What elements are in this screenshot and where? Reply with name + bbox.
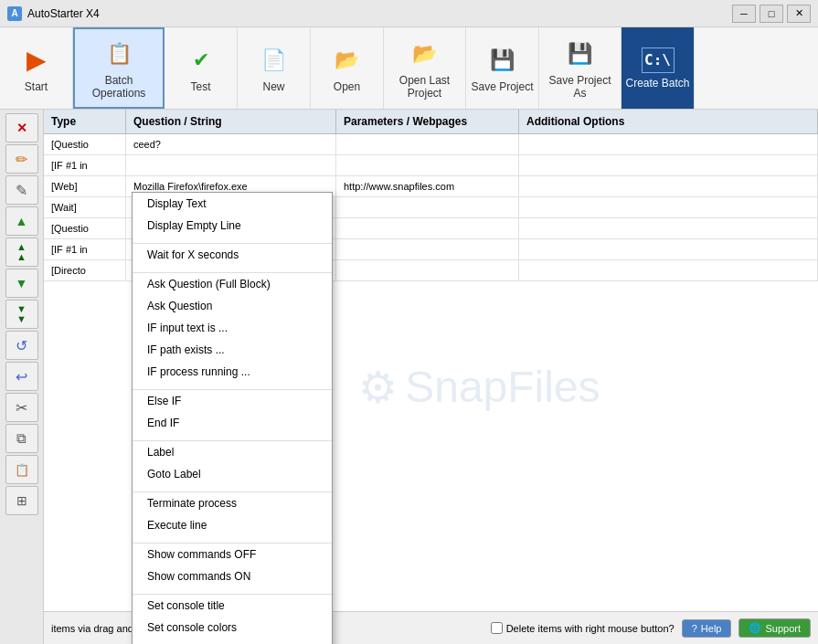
header-type: Type bbox=[44, 110, 126, 133]
save-button[interactable]: 💾 Save Project bbox=[466, 27, 539, 109]
help-icon: ? bbox=[692, 623, 697, 634]
menu-show-commands-on[interactable]: Show commands ON bbox=[133, 565, 332, 587]
move-down-button[interactable]: ▼ bbox=[5, 269, 38, 298]
menu-ask-question[interactable]: Ask Question bbox=[133, 295, 332, 317]
table-row[interactable]: [Questio ceed? bbox=[44, 134, 818, 155]
table-header: Type Question / String Parameters / Webp… bbox=[44, 110, 818, 134]
delete-checkbox[interactable] bbox=[491, 622, 503, 634]
move-up-fast-button[interactable]: ▲▲ bbox=[5, 238, 38, 267]
menu-goto-label[interactable]: Goto Label bbox=[133, 463, 332, 485]
titlebar-left: A AutoStarter X4 bbox=[7, 6, 100, 21]
row-options bbox=[519, 218, 818, 238]
batch-ops-label: Batch Operations bbox=[79, 74, 159, 100]
table-row[interactable]: [IF #1 in bbox=[44, 155, 818, 176]
row-params bbox=[336, 197, 519, 217]
save-as-button[interactable]: 💾 Save Project As bbox=[539, 27, 621, 109]
new-button[interactable]: 📄 New bbox=[238, 27, 311, 109]
dropdown-menu: Display Text Display Empty Line Wait for… bbox=[132, 192, 333, 644]
menu-separator-1 bbox=[133, 237, 332, 244]
save-label: Save Project bbox=[471, 80, 533, 93]
menu-else-if[interactable]: Else IF bbox=[133, 390, 332, 412]
row-params bbox=[336, 155, 519, 175]
app-title: AutoStarter X4 bbox=[27, 7, 100, 20]
menu-ask-question-full[interactable]: Ask Question (Full Block) bbox=[133, 273, 332, 295]
menu-display-empty-line[interactable]: Display Empty Line bbox=[133, 215, 332, 237]
copy-button[interactable]: ⧉ bbox=[5, 424, 38, 453]
row-params bbox=[336, 239, 519, 259]
sidebar: ✕ ✏ ✎ ▲ ▲▲ ▼ ▼▼ ↺ ↩ ✂ ⧉ 📋 ⊞ bbox=[0, 110, 44, 644]
titlebar: A AutoStarter X4 ─ □ ✕ bbox=[0, 0, 818, 27]
start-button[interactable]: ▶ Start bbox=[0, 27, 73, 109]
paste-button[interactable]: 📋 bbox=[5, 455, 38, 484]
row-type: [IF #1 in bbox=[44, 239, 126, 259]
menu-separator-2 bbox=[133, 266, 332, 273]
row-options bbox=[519, 197, 818, 217]
delete-label: Delete items with right mouse button? bbox=[506, 623, 675, 634]
create-batch-label: Create Batch bbox=[625, 77, 689, 90]
save-as-label: Save Project As bbox=[543, 74, 617, 100]
row-type: [Questio bbox=[44, 218, 126, 238]
row-params bbox=[336, 218, 519, 238]
grid-button[interactable]: ⊞ bbox=[5, 486, 38, 515]
pencil-button[interactable]: ✎ bbox=[5, 175, 38, 205]
row-params bbox=[336, 260, 519, 280]
test-icon: ✔ bbox=[185, 44, 218, 77]
row-options bbox=[519, 134, 818, 154]
cut-button[interactable]: ✂ bbox=[5, 393, 38, 422]
row-type: [Questio bbox=[44, 134, 126, 154]
delete-button[interactable]: ✕ bbox=[5, 113, 38, 143]
menu-if-input-text[interactable]: IF input text is ... bbox=[133, 317, 332, 339]
menu-separator-4 bbox=[133, 434, 332, 441]
main-area: ✕ ✏ ✎ ▲ ▲▲ ▼ ▼▼ ↺ ↩ ✂ ⧉ 📋 ⊞ Type Questio… bbox=[0, 110, 818, 644]
open-icon: 📂 bbox=[331, 44, 364, 77]
menu-if-path-exists[interactable]: IF path exists ... bbox=[133, 339, 332, 361]
menu-set-console-title[interactable]: Set console title bbox=[133, 595, 332, 617]
row-question bbox=[126, 155, 336, 175]
menu-terminate-process[interactable]: Terminate process bbox=[133, 492, 332, 514]
open-button[interactable]: 📂 Open bbox=[311, 27, 384, 109]
batch-operations-button[interactable]: 📋 Batch Operations bbox=[73, 27, 165, 109]
menu-end-if[interactable]: End IF bbox=[133, 412, 332, 434]
back-button[interactable]: ↩ bbox=[5, 362, 38, 391]
open-last-button[interactable]: 📂 Open Last Project bbox=[384, 27, 466, 109]
move-down-fast-button[interactable]: ▼▼ bbox=[5, 300, 38, 329]
refresh-button[interactable]: ↺ bbox=[5, 331, 38, 360]
menu-set-console-colors[interactable]: Set console colors bbox=[133, 617, 332, 639]
titlebar-controls: ─ □ ✕ bbox=[732, 5, 811, 23]
help-button[interactable]: ? Help bbox=[682, 619, 732, 638]
row-options bbox=[519, 155, 818, 175]
menu-display-text[interactable]: Display Text bbox=[133, 193, 332, 215]
header-params: Parameters / Webpages bbox=[336, 110, 519, 133]
start-icon: ▶ bbox=[20, 44, 53, 77]
start-label: Start bbox=[25, 80, 48, 93]
row-type: [Web] bbox=[44, 176, 126, 196]
create-batch-button[interactable]: C:\ Create Batch bbox=[621, 27, 695, 109]
menu-label[interactable]: Label bbox=[133, 441, 332, 463]
support-button[interactable]: 🌐 Support bbox=[738, 618, 811, 638]
test-button[interactable]: ✔ Test bbox=[165, 27, 238, 109]
menu-wait-for-x-seconds[interactable]: Wait for X seconds bbox=[133, 244, 332, 266]
header-options: Additional Options bbox=[519, 110, 818, 133]
content-area: Type Question / String Parameters / Webp… bbox=[44, 110, 818, 644]
menu-separator-5 bbox=[133, 485, 332, 492]
menu-separator-6 bbox=[133, 536, 332, 544]
maximize-button[interactable]: □ bbox=[760, 5, 783, 23]
row-options bbox=[519, 239, 818, 259]
move-up-button[interactable]: ▲ bbox=[5, 206, 38, 236]
row-options bbox=[519, 176, 818, 196]
open-last-icon: 📂 bbox=[409, 37, 441, 70]
save-icon: 💾 bbox=[486, 44, 519, 77]
row-question: ceed? bbox=[126, 134, 336, 154]
menu-set-char-encoding[interactable]: Set character encoding bbox=[133, 639, 332, 644]
row-params bbox=[336, 134, 519, 154]
new-label: New bbox=[262, 80, 284, 93]
minimize-button[interactable]: ─ bbox=[732, 5, 756, 23]
row-type: [IF #1 in bbox=[44, 155, 126, 175]
menu-execute-line[interactable]: Execute line bbox=[133, 514, 332, 536]
edit-button[interactable]: ✏ bbox=[5, 144, 38, 174]
menu-separator-3 bbox=[133, 383, 332, 390]
new-icon: 📄 bbox=[258, 44, 291, 77]
menu-show-commands-off[interactable]: Show commands OFF bbox=[133, 544, 332, 565]
menu-if-process-running[interactable]: IF process running ... bbox=[133, 361, 332, 383]
close-button[interactable]: ✕ bbox=[787, 5, 811, 23]
